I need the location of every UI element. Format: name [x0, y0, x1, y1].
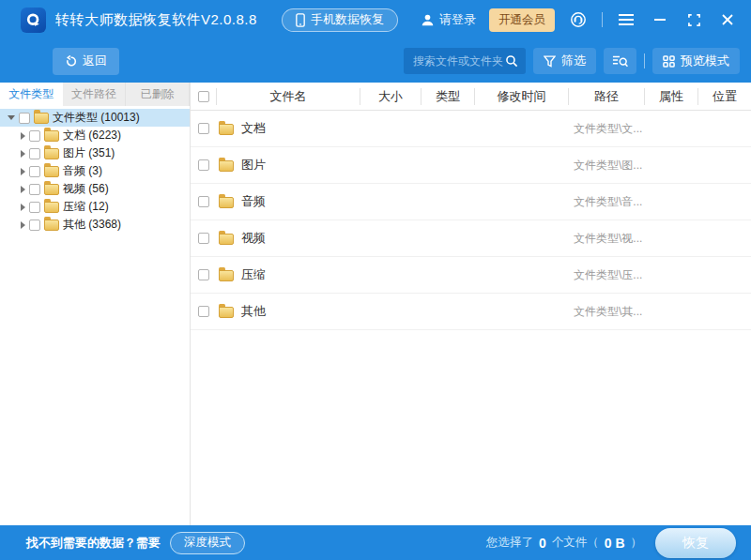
- close-button[interactable]: [717, 9, 738, 30]
- user-icon: [421, 13, 435, 27]
- caret-right-icon[interactable]: [21, 132, 25, 140]
- title-bar: 转转大师数据恢复软件V2.0.8.8 手机数据恢复 请登录 开通会员: [0, 0, 751, 39]
- caret-right-icon[interactable]: [21, 150, 25, 158]
- deep-mode-button[interactable]: 深度模式: [170, 532, 245, 554]
- tree-item-video[interactable]: 视频 (56): [0, 180, 190, 198]
- phone-recovery-label: 手机数据恢复: [311, 11, 384, 28]
- back-button[interactable]: 返回: [53, 48, 119, 75]
- undo-arrow-icon: [65, 55, 77, 68]
- caret-down-icon[interactable]: [8, 115, 15, 120]
- selection-count: 0: [537, 536, 548, 551]
- row-filename: 文档: [241, 120, 266, 137]
- row-path: 文件类型\压...: [569, 257, 645, 293]
- row-path: 文件类型\图...: [569, 147, 645, 183]
- column-header-path[interactable]: 路径: [569, 88, 645, 105]
- folder-icon: [44, 184, 59, 195]
- tree-item-checkbox[interactable]: [29, 184, 40, 195]
- caret-right-icon[interactable]: [21, 221, 25, 229]
- list-search-button[interactable]: [604, 48, 636, 74]
- search-input[interactable]: [413, 54, 505, 68]
- table-row[interactable]: 音频 文件类型\音...: [191, 184, 751, 220]
- tree-item-checkbox[interactable]: [29, 130, 40, 142]
- column-header-type[interactable]: 类型: [421, 88, 475, 105]
- row-checkbox[interactable]: [198, 196, 209, 207]
- folder-icon: [44, 166, 59, 177]
- titlebar-divider: [602, 12, 603, 27]
- customer-service-icon[interactable]: [568, 9, 589, 30]
- row-checkbox[interactable]: [198, 233, 209, 244]
- tree-item-checkbox[interactable]: [29, 202, 40, 213]
- tree-item-label: 图片 (351): [63, 145, 115, 161]
- tab-file-path[interactable]: 文件路径: [63, 83, 127, 106]
- toolbar: 返回 筛选: [0, 39, 751, 83]
- row-checkbox[interactable]: [198, 159, 209, 171]
- preview-mode-button[interactable]: 预览模式: [652, 48, 740, 74]
- toolbar-divider: [644, 53, 645, 68]
- file-table: 文件名 大小 类型 修改时间 路径 属性 位置 文档 文件类型\文... 图片 …: [191, 83, 751, 525]
- tree-item-documents[interactable]: 文档 (6223): [0, 127, 190, 144]
- app-title: 转转大师数据恢复软件V2.0.8.8: [55, 11, 257, 29]
- row-path: 文件类型\文...: [569, 111, 645, 146]
- caret-right-icon[interactable]: [21, 186, 25, 193]
- column-header-attr[interactable]: 属性: [645, 88, 698, 105]
- column-header-modified[interactable]: 修改时间: [475, 88, 569, 105]
- column-header-size[interactable]: 大小: [360, 88, 421, 105]
- folder-icon: [219, 124, 234, 135]
- select-all-checkbox[interactable]: [198, 91, 209, 102]
- selection-prefix: 您选择了: [486, 535, 533, 551]
- row-checkbox[interactable]: [198, 123, 209, 134]
- tree-item-label: 其他 (3368): [63, 217, 121, 233]
- tree-root-checkbox[interactable]: [19, 113, 30, 124]
- row-path: 文件类型\视...: [569, 220, 645, 256]
- tab-deleted[interactable]: 已删除: [126, 83, 190, 106]
- tree-item-checkbox[interactable]: [29, 166, 40, 177]
- tree-item-checkbox[interactable]: [29, 219, 40, 231]
- tree-item-checkbox[interactable]: [29, 148, 40, 159]
- row-filename: 压缩: [241, 266, 266, 283]
- phone-recovery-button[interactable]: 手机数据恢复: [282, 8, 398, 32]
- tree-item-archive[interactable]: 压缩 (12): [0, 198, 190, 216]
- selection-size: 0 B: [603, 536, 627, 551]
- content-area: 文件类型 文件路径 已删除 文件类型 (10013) 文档 (6223) 图: [0, 83, 751, 525]
- selection-info: 您选择了 0 个文件（ 0 B ）: [486, 535, 642, 551]
- table-row[interactable]: 文档 文件类型\文...: [191, 111, 751, 147]
- tree-item-label: 视频 (56): [63, 181, 109, 197]
- funnel-icon: [544, 55, 556, 68]
- filter-button[interactable]: 筛选: [533, 48, 596, 74]
- tab-file-type[interactable]: 文件类型: [0, 83, 63, 106]
- minimize-button[interactable]: [650, 9, 670, 30]
- column-header-location[interactable]: 位置: [698, 88, 751, 105]
- sidebar-tabs: 文件类型 文件路径 已删除: [0, 83, 190, 106]
- tree-item-images[interactable]: 图片 (351): [0, 144, 190, 162]
- table-empty-area: [191, 330, 751, 525]
- login-button[interactable]: 请登录: [421, 11, 476, 28]
- tree-item-other[interactable]: 其他 (3368): [0, 216, 190, 234]
- search-icon[interactable]: [505, 54, 518, 68]
- search-box: [404, 48, 526, 74]
- row-filename: 其他: [241, 303, 266, 320]
- row-checkbox[interactable]: [198, 269, 209, 280]
- table-row[interactable]: 视频 文件类型\视...: [191, 220, 751, 257]
- tree-item-label: 音频 (3): [63, 163, 102, 179]
- filter-label: 筛选: [561, 53, 586, 69]
- preview-mode-label: 预览模式: [681, 53, 729, 69]
- caret-right-icon[interactable]: [21, 204, 25, 211]
- folder-icon: [44, 202, 59, 213]
- row-checkbox[interactable]: [198, 306, 209, 317]
- recover-button[interactable]: 恢复: [655, 528, 736, 558]
- caret-right-icon[interactable]: [21, 168, 25, 175]
- vip-upgrade-button[interactable]: 开通会员: [489, 8, 555, 32]
- maximize-button[interactable]: [683, 9, 704, 30]
- menu-icon[interactable]: [616, 9, 636, 30]
- app-logo-icon: [21, 8, 46, 33]
- table-row[interactable]: 其他 文件类型\其...: [191, 294, 751, 330]
- folder-icon: [44, 130, 59, 142]
- table-header: 文件名 大小 类型 修改时间 路径 属性 位置: [191, 83, 751, 111]
- table-row[interactable]: 图片 文件类型\图...: [191, 147, 751, 184]
- tree-item-audio[interactable]: 音频 (3): [0, 162, 190, 180]
- column-header-filename[interactable]: 文件名: [217, 88, 360, 105]
- tree-root-item[interactable]: 文件类型 (10013): [0, 109, 190, 127]
- grid-icon: [663, 55, 675, 68]
- sidebar: 文件类型 文件路径 已删除 文件类型 (10013) 文档 (6223) 图: [0, 83, 191, 525]
- table-row[interactable]: 压缩 文件类型\压...: [191, 257, 751, 294]
